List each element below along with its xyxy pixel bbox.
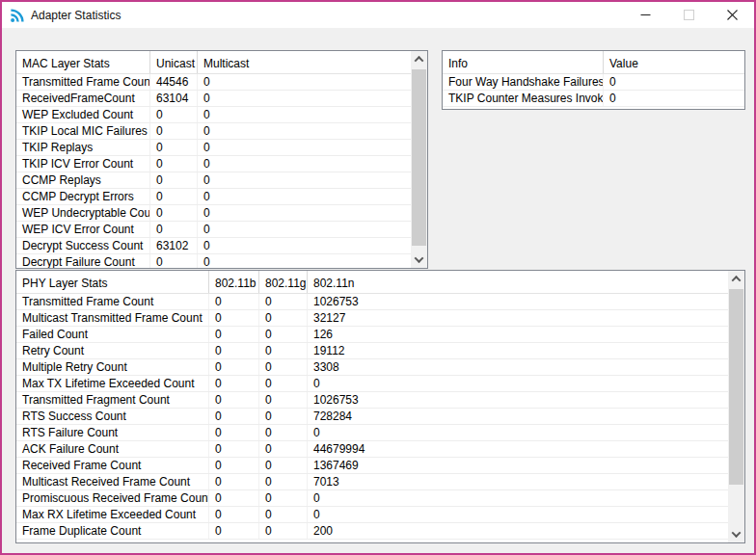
- table-row[interactable]: Decrypt Failure Count00: [16, 254, 411, 269]
- table-cell: 0: [198, 189, 411, 204]
- table-cell: 0: [209, 376, 259, 391]
- table-cell: Transmitted Frame Count: [16, 74, 150, 90]
- table-cell: 0: [209, 425, 259, 440]
- table-cell: CCMP Decrypt Errors: [16, 189, 150, 204]
- table-cell: 126: [308, 327, 728, 342]
- column-header[interactable]: Unicast: [150, 51, 198, 73]
- table-cell: 0: [150, 254, 198, 269]
- table-cell: 728284: [308, 409, 728, 424]
- table-row[interactable]: WEP Undecryptable Count00: [16, 205, 411, 222]
- table-cell: 0: [308, 376, 728, 391]
- table-cell: Received Frame Count: [16, 458, 209, 473]
- table-cell: 63104: [150, 91, 198, 106]
- table-cell: CCMP Replays: [16, 172, 150, 188]
- table-cell: 0: [259, 359, 308, 375]
- column-header[interactable]: 802.11g: [259, 271, 308, 293]
- table-cell: 1026753: [308, 294, 728, 309]
- table-cell: 0: [259, 490, 308, 506]
- table-row[interactable]: WEP Excluded Count00: [16, 107, 411, 123]
- close-button[interactable]: [711, 2, 754, 28]
- table-row[interactable]: Multicast Transmitted Frame Count0032127: [16, 310, 728, 327]
- table-cell: 0: [150, 205, 198, 221]
- column-header[interactable]: Multicast: [198, 51, 411, 73]
- table-row[interactable]: RTS Failure Count000: [16, 425, 728, 441]
- table-row[interactable]: WEP ICV Error Count00: [16, 222, 411, 238]
- table-row[interactable]: TKIP Replays00: [16, 140, 411, 156]
- scroll-up-button[interactable]: [728, 271, 744, 287]
- column-header[interactable]: 802.11n: [308, 271, 728, 293]
- table-row[interactable]: Max TX Lifetime Exceeded Count000: [16, 376, 728, 392]
- table-cell: 0: [150, 140, 198, 155]
- table-row[interactable]: TKIP ICV Error Count00: [16, 156, 411, 172]
- table-row[interactable]: Retry Count0019112: [16, 343, 728, 359]
- minimize-button[interactable]: [624, 2, 667, 28]
- table-cell: 0: [308, 490, 728, 506]
- table-cell: WEP Excluded Count: [16, 107, 150, 122]
- table-cell: 0: [209, 490, 259, 506]
- table-row[interactable]: Promiscuous Received Frame Count000: [16, 490, 728, 507]
- table-row[interactable]: ReceivedFrameCount631040: [16, 91, 411, 107]
- titlebar[interactable]: Adapter Statistics: [2, 2, 754, 28]
- table-cell: 0: [209, 359, 259, 375]
- caption-buttons: [624, 2, 754, 28]
- table-row[interactable]: Decrypt Success Count631020: [16, 238, 411, 254]
- table-cell: 0: [209, 392, 259, 408]
- table-row[interactable]: Multicast Received Frame Count007013: [16, 474, 728, 490]
- scrollbar-thumb[interactable]: [412, 69, 426, 246]
- chevron-up-icon: [415, 56, 424, 66]
- table-row[interactable]: Failed Count00126: [16, 327, 728, 343]
- column-header[interactable]: 802.11b: [209, 271, 259, 293]
- table-row[interactable]: Transmitted Fragment Count001026753: [16, 392, 728, 409]
- table-cell: 0: [198, 107, 411, 122]
- phy-table-vertical-scrollbar[interactable]: [728, 271, 744, 542]
- mac-table-vertical-scrollbar[interactable]: [411, 51, 427, 268]
- column-header[interactable]: Info: [443, 51, 604, 73]
- column-header[interactable]: MAC Layer Stats: [16, 51, 150, 73]
- table-cell: 0: [259, 441, 308, 457]
- table-cell: 0: [259, 327, 308, 342]
- table-cell: Retry Count: [16, 343, 209, 358]
- table-cell: 44546: [150, 74, 198, 90]
- table-row[interactable]: RTS Success Count00728284: [16, 409, 728, 425]
- table-row[interactable]: TKIP Counter Measures Invoked0: [443, 91, 744, 107]
- wireless-rss-icon[interactable]: [10, 8, 25, 23]
- table-cell: 0: [198, 156, 411, 172]
- table-cell: 0: [198, 205, 411, 221]
- table-cell: 0: [259, 310, 308, 326]
- maximize-button[interactable]: [667, 2, 711, 28]
- table-cell: 0: [259, 294, 308, 309]
- table-row[interactable]: Max RX Lifetime Exceeded Count000: [16, 507, 728, 523]
- table-row[interactable]: Frame Duplicate Count00200: [16, 523, 728, 540]
- window-title: Adapter Statistics: [31, 9, 121, 22]
- scroll-down-button[interactable]: [728, 526, 744, 542]
- table-row[interactable]: Received Frame Count001367469: [16, 458, 728, 474]
- table-cell: 0: [604, 91, 744, 106]
- table-cell: 0: [150, 107, 198, 122]
- table-row[interactable]: TKIP Local MIC Failures00: [16, 123, 411, 140]
- table-cell: Failed Count: [16, 327, 209, 342]
- column-header[interactable]: PHY Layer Stats: [16, 271, 209, 293]
- scrollbar-thumb[interactable]: [729, 289, 743, 485]
- table-row[interactable]: CCMP Replays00: [16, 172, 411, 189]
- table-cell: RTS Success Count: [16, 409, 209, 424]
- scroll-down-button[interactable]: [411, 251, 427, 268]
- column-header[interactable]: Value: [604, 51, 744, 73]
- table-cell: ACK Failure Count: [16, 441, 209, 457]
- table-row[interactable]: Transmitted Frame Count445460: [16, 74, 411, 91]
- table-row[interactable]: Multiple Retry Count003308: [16, 359, 728, 376]
- table-body: Transmitted Frame Count001026753Multicas…: [16, 294, 728, 540]
- table-cell: 0: [259, 376, 308, 391]
- table-row[interactable]: Four Way Handshake Failures0: [443, 74, 744, 91]
- chevron-down-icon: [732, 528, 742, 538]
- table-row[interactable]: Transmitted Frame Count001026753: [16, 294, 728, 310]
- table-row[interactable]: CCMP Decrypt Errors00: [16, 189, 411, 205]
- table-cell: WEP Undecryptable Count: [16, 205, 150, 221]
- table-cell: Transmitted Fragment Count: [16, 392, 209, 408]
- table-cell: 0: [209, 458, 259, 473]
- scroll-up-button[interactable]: [411, 51, 427, 67]
- table-cell: 0: [198, 222, 411, 237]
- table-header-row: PHY Layer Stats802.11b802.11g802.11n: [16, 271, 728, 294]
- table-cell: Max TX Lifetime Exceeded Count: [16, 376, 209, 391]
- table-cell: 0: [308, 507, 728, 522]
- table-row[interactable]: ACK Failure Count0044679994: [16, 441, 728, 458]
